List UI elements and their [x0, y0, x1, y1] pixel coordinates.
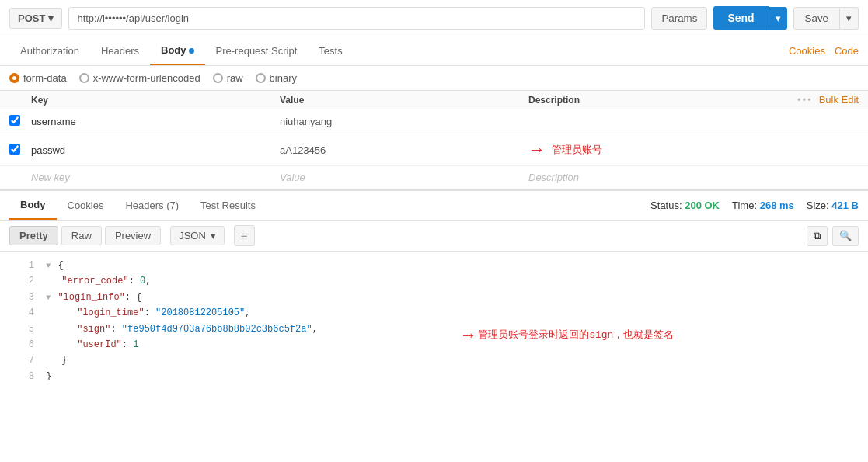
status-value: 200 OK — [685, 200, 720, 211]
new-desc-placeholder[interactable]: Description — [528, 172, 859, 183]
time-value: 268 ms — [760, 200, 794, 211]
copy-button[interactable]: ⧉ — [807, 226, 828, 246]
col-header-value: Value — [280, 95, 528, 106]
url-input[interactable] — [68, 7, 645, 30]
tab-body[interactable]: Body — [150, 36, 205, 65]
params-section: Key Value Description ••• Bulk Edit user… — [0, 91, 868, 189]
send-dropdown-button[interactable]: ▾ — [769, 7, 787, 30]
request-tabs: Authorization Headers Body Pre-request S… — [0, 36, 868, 66]
tab-pre-request-script[interactable]: Pre-request Script — [205, 37, 309, 64]
row-key-passwd: passwd — [31, 144, 280, 156]
format-right-icons: ⧉ 🔍 — [807, 226, 859, 246]
arrow-icon: → — [528, 140, 546, 160]
tab-response-body[interactable]: Body — [9, 191, 57, 220]
json-line-5: 5 "sign": "fe950f4d9703a76bb8b8b02c3b6c5… — [12, 321, 856, 337]
wrap-lines-button[interactable]: ≡ — [234, 225, 255, 246]
new-key-placeholder[interactable]: New key — [31, 172, 280, 183]
fmt-preview-button[interactable]: Preview — [105, 226, 161, 245]
row-checkbox-passwd[interactable] — [9, 144, 20, 155]
method-chevron: ▾ — [48, 12, 54, 24]
fmt-pretty-button[interactable]: Pretty — [9, 226, 58, 245]
new-value-placeholder[interactable]: Value — [280, 172, 528, 183]
size-value: 421 B — [831, 200, 859, 211]
json-line-4: 4 "login_time": "20180812205105", — [12, 305, 856, 321]
row-annotation-passwd: → 管理员账号 — [528, 140, 859, 160]
json-line-6: 6 "userId": 1 — [12, 337, 856, 353]
send-button-group: Send ▾ — [713, 6, 786, 30]
json-line-8: 8 } — [12, 369, 856, 380]
send-main-button[interactable]: Send — [713, 6, 768, 30]
row-value-passwd: aA123456 — [280, 144, 528, 156]
format-bar: Pretty Raw Preview JSON ▾ ≡ ⧉ 🔍 — [0, 221, 868, 252]
body-dot — [189, 48, 194, 54]
body-options: form-data x-www-form-urlencoded raw bina… — [0, 66, 868, 91]
tab-response-cookies[interactable]: Cookies — [57, 192, 115, 219]
json-selector-chevron: ▾ — [211, 230, 216, 241]
sign-arrow-icon: → — [463, 321, 473, 350]
json-line-7: 7 } — [12, 353, 856, 368]
json-line-3: 3 ▼ "login_info": { — [12, 290, 856, 305]
code-link[interactable]: Code — [835, 45, 859, 57]
json-line-1: 1 ▼ { — [12, 258, 856, 273]
radio-form-data[interactable]: form-data — [9, 72, 67, 84]
method-selector[interactable]: POST ▾ — [9, 8, 62, 29]
row-checkbox-username[interactable] — [9, 115, 20, 126]
radio-dot-form-data — [9, 73, 19, 83]
method-label: POST — [18, 12, 45, 24]
tab-response-test-results[interactable]: Test Results — [190, 192, 267, 219]
radio-raw[interactable]: raw — [213, 72, 243, 84]
row-value-username: niuhanyang — [280, 116, 528, 127]
tab-headers[interactable]: Headers — [90, 37, 150, 64]
radio-dot-binary — [256, 73, 266, 83]
new-key-row: New key Value Description — [0, 166, 868, 189]
top-bar: POST ▾ Params Send ▾ Save ▾ — [0, 0, 868, 36]
table-row: passwd aA123456 → 管理员账号 — [0, 134, 868, 166]
save-dropdown-button[interactable]: ▾ — [840, 7, 859, 30]
response-status-info: Status: 200 OK Time: 268 ms Size: 421 B — [650, 200, 859, 211]
save-button-group: Save ▾ — [793, 7, 859, 30]
search-button[interactable]: 🔍 — [832, 226, 859, 246]
tab-tests[interactable]: Tests — [308, 37, 353, 64]
tab-response-headers[interactable]: Headers (7) — [114, 192, 190, 219]
radio-binary[interactable]: binary — [256, 72, 297, 84]
row-key-username: username — [31, 116, 280, 127]
more-icon[interactable]: ••• — [797, 94, 813, 106]
col-header-key: Key — [31, 95, 280, 106]
radio-dot-raw — [213, 73, 223, 83]
json-line-2: 2 "error_code": 0, — [12, 273, 856, 289]
table-row: username niuhanyang — [0, 109, 868, 134]
save-main-button[interactable]: Save — [793, 7, 840, 30]
json-type-selector[interactable]: JSON ▾ — [170, 226, 225, 245]
radio-dot-urlencoded — [79, 73, 89, 83]
response-tabs: Body Cookies Headers (7) Test Results St… — [0, 189, 868, 221]
bulk-edit-button[interactable]: Bulk Edit — [819, 94, 859, 106]
json-output: 1 ▼ { 2 "error_code": 0, 3 ▼ "login_info… — [0, 252, 868, 380]
collapse-icon-3[interactable]: ▼ — [46, 291, 51, 304]
req-tabs-right: Cookies Code — [789, 45, 859, 57]
radio-x-www-form-urlencoded[interactable]: x-www-form-urlencoded — [79, 72, 200, 84]
sign-annotation: → 管理员账号登录时返回的sign，也就是签名 — [463, 321, 674, 350]
params-button[interactable]: Params — [651, 7, 707, 30]
col-header-desc: Description — [528, 95, 797, 106]
cookies-link[interactable]: Cookies — [789, 45, 825, 57]
collapse-icon-1[interactable]: ▼ — [46, 259, 51, 273]
tab-authorization[interactable]: Authorization — [9, 37, 90, 64]
fmt-raw-button[interactable]: Raw — [61, 226, 102, 245]
